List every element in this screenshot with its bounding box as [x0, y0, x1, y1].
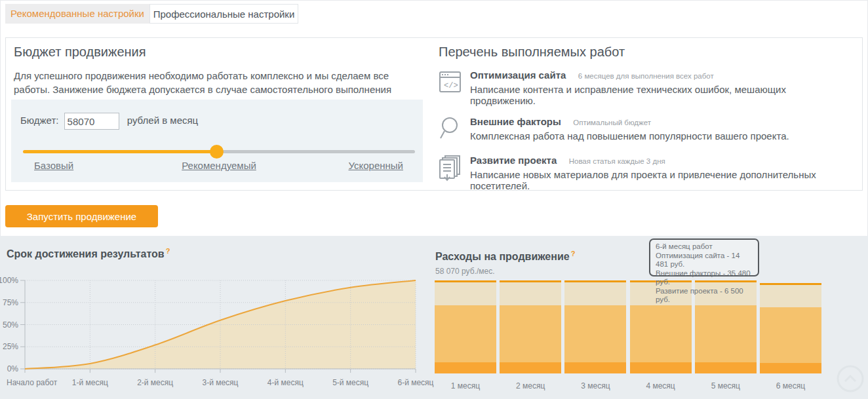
tabs: Рекомендованные настройки Профессиональн…	[5, 4, 298, 24]
tooltip-line: 6-й месяц работ	[656, 242, 753, 252]
start-promotion-button[interactable]: Запустить продвижение	[5, 205, 158, 227]
bar-segment-1	[500, 282, 561, 305]
budget-slider[interactable]	[23, 148, 415, 156]
chart-tooltip: 6-й месяц работ Оптимизация сайта - 14 4…	[649, 238, 759, 276]
budget-box: Бюджет: рублей в месяц Базовый Рекоменду…	[11, 100, 423, 182]
documents-icon	[439, 155, 470, 191]
tooltip-line: Оптимизация сайта - 14 481 руб.	[656, 252, 753, 269]
costs-chart-title: Расходы на продвижение?	[435, 250, 575, 263]
bar-segment-1	[435, 282, 496, 305]
svg-text:25%: 25%	[3, 342, 18, 351]
bar-axis-label: 3 месяц	[564, 381, 626, 390]
bar-segment-2	[564, 305, 626, 363]
svg-text:2-й месяц: 2-й месяц	[137, 378, 173, 387]
bar-segment-3	[435, 362, 496, 373]
tab-professional-settings[interactable]: Профессиональные настройки	[149, 4, 298, 24]
bar-axis-label: 1 месяц	[435, 381, 496, 390]
bar-axis-label: 5 месяц	[695, 381, 757, 390]
bar-segment-1	[760, 285, 821, 307]
work-item-site-optimization: </> Оптимизация сайта 6 месяцев для выпо…	[439, 69, 852, 106]
budget-input-suffix: рублей в месяц	[127, 115, 198, 126]
bar-segment-2	[435, 305, 496, 363]
bar-axis-label: 2 месяц	[500, 381, 561, 390]
svg-text:100%: 100%	[0, 276, 18, 285]
svg-text:75%: 75%	[3, 298, 18, 307]
budget-input-row: Бюджет: рублей в месяц	[20, 113, 198, 130]
svg-text:3-й месяц: 3-й месяц	[202, 378, 238, 387]
slider-label-accelerated[interactable]: Ускоренный	[348, 160, 403, 171]
works-section: Перечень выполняемых работ </> Оптимизац…	[439, 45, 852, 191]
works-title: Перечень выполняемых работ	[439, 45, 852, 60]
budget-input[interactable]	[64, 113, 119, 130]
slider-empty-track[interactable]	[216, 150, 415, 153]
bar-axis-label: 4 месяц	[630, 381, 692, 390]
work-description: Написание контента и исправление техниче…	[470, 84, 852, 106]
cost-bar-month-1[interactable]	[435, 280, 496, 373]
slider-handle[interactable]	[210, 145, 224, 159]
work-note: Новая статья каждые 3 дня	[569, 157, 665, 165]
svg-text:50%: 50%	[3, 320, 18, 330]
charts-section: Срок достижения результатов? 0%25%50%75%…	[0, 236, 868, 399]
bar-segment-3	[760, 363, 821, 373]
work-title: Развитие проекта	[470, 155, 557, 166]
cost-bar-month-2[interactable]	[500, 280, 561, 373]
svg-text:Начало работ: Начало работ	[7, 378, 58, 387]
bar-axis-label: 6 месяц	[760, 381, 821, 390]
timeline-chart-title: Срок достижения результатов?	[7, 247, 170, 260]
work-note: Оптимальный бюджет	[573, 119, 651, 126]
cost-bar-month-3[interactable]	[564, 280, 626, 373]
tab-recommended-settings[interactable]: Рекомендованные настройки	[5, 4, 149, 24]
settings-panel: Бюджет продвижения Для успешного продвиж…	[5, 37, 863, 191]
code-window-icon: </>	[439, 69, 470, 106]
svg-text:0%: 0%	[7, 364, 19, 373]
work-title: Внешние факторы	[470, 116, 561, 127]
magnifier-icon	[439, 116, 470, 145]
costs-max-label: 58 070 руб./мес.	[435, 267, 495, 276]
scroll-to-top-button[interactable]	[837, 365, 864, 392]
svg-text:6-й месяц: 6-й месяц	[397, 378, 433, 387]
work-note: 6 месяцев для выполнения всех работ	[578, 72, 714, 80]
results-area-chart: 0%25%50%75%100%Начало работ1-й месяц2-й …	[0, 275, 436, 399]
help-icon[interactable]: ?	[166, 247, 170, 255]
chevron-up-icon	[845, 376, 856, 381]
svg-text:4-й месяц: 4-й месяц	[267, 378, 304, 387]
bar-segment-3	[695, 362, 757, 373]
bar-segment-1	[564, 282, 626, 305]
budget-title: Бюджет продвижения	[14, 45, 431, 60]
costs-chart-title-text: Расходы на продвижение	[435, 251, 570, 262]
work-description: Написание новых материалов для проекта и…	[470, 169, 852, 191]
promotion-settings-page: Рекомендованные настройки Профессиональн…	[0, 0, 868, 399]
bar-segment-3	[630, 362, 692, 373]
timeline-chart-title-text: Срок достижения результатов	[7, 248, 165, 259]
work-item-external-factors: Внешние факторы Оптимальный бюджет Компл…	[439, 116, 852, 145]
bar-segment-3	[564, 362, 626, 373]
bar-segment-3	[500, 362, 561, 373]
slider-labels: Базовый Рекомендуемый Ускоренный	[23, 160, 415, 173]
bar-segment-2	[695, 305, 757, 363]
slider-filled-track[interactable]	[23, 150, 216, 153]
svg-text:</>: </>	[444, 81, 458, 90]
bar-segment-2	[500, 305, 561, 363]
tooltip-line: Развитие проекта - 6 500 руб.	[656, 287, 753, 305]
work-description: Комплексная работа над повышением популя…	[470, 130, 852, 142]
cost-bar-month-6[interactable]	[760, 283, 821, 373]
bar-segment-2	[760, 307, 821, 363]
bar-segment-2	[630, 305, 692, 363]
budget-input-label: Бюджет:	[20, 115, 58, 126]
svg-text:5-й месяц: 5-й месяц	[332, 378, 368, 387]
work-item-project-development: Развитие проекта Новая статья каждые 3 д…	[439, 155, 852, 191]
svg-text:1-й месяц: 1-й месяц	[72, 378, 108, 387]
work-title: Оптимизация сайта	[470, 69, 566, 81]
tooltip-line: Внешние факторы - 35 480 руб.	[656, 269, 753, 287]
help-icon[interactable]: ?	[571, 250, 576, 257]
